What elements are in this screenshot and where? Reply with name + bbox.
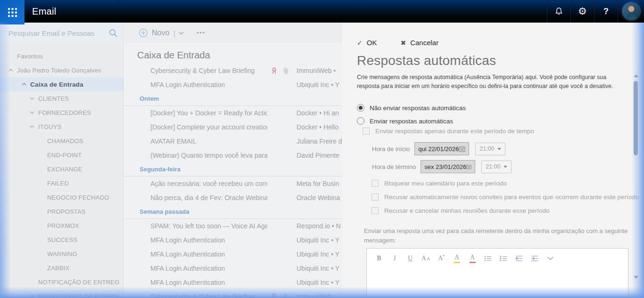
folder-chevron-icon[interactable] bbox=[30, 295, 34, 298]
more-button[interactable] bbox=[545, 253, 556, 264]
dropdown-caret-icon bbox=[504, 166, 507, 168]
indent-button[interactable] bbox=[529, 253, 540, 264]
start-time-dropdown[interactable]: 21:00 bbox=[475, 143, 505, 155]
email-sender-preview: Oracle Webina bbox=[297, 194, 342, 201]
radio-unselected-icon[interactable] bbox=[357, 117, 364, 125]
email-row[interactable]: [Docker] You + Docker = Ready for Action… bbox=[124, 106, 342, 120]
folder-item[interactable]: PROXMOX bbox=[0, 218, 123, 233]
search-input[interactable] bbox=[8, 23, 103, 43]
new-dropdown-chevron[interactable] bbox=[179, 32, 184, 35]
scroll-down-arrow[interactable] bbox=[634, 276, 638, 279]
checkbox-cancel-meetings[interactable]: Recusar e cancelar minhas reuniões duran… bbox=[372, 207, 644, 214]
email-flags bbox=[267, 110, 297, 117]
folder-item[interactable]: Caixa de Entrada bbox=[0, 77, 123, 91]
bold-button[interactable]: B bbox=[373, 253, 385, 264]
checkbox-icon[interactable] bbox=[372, 180, 379, 187]
cancel-button[interactable]: ✖ Cancelar bbox=[400, 39, 438, 47]
email-row[interactable]: MFA Login Authentication Ubiquiti Inc • … bbox=[124, 233, 342, 247]
font-size-button[interactable]: A▾ bbox=[436, 253, 447, 264]
highlight-button[interactable]: A bbox=[451, 253, 462, 264]
font-color-button[interactable]: A bbox=[467, 253, 478, 264]
outdent-button[interactable] bbox=[513, 253, 525, 264]
date-group-header[interactable]: Segunda-feira bbox=[124, 162, 342, 177]
email-row[interactable]: MFA Login Authentication Ubiquiti Inc • … bbox=[124, 78, 342, 92]
email-row[interactable]: [Docker] Complete your account creation … bbox=[124, 120, 342, 134]
checkbox-decline-label: Recusar automaticamente novos convites p… bbox=[384, 193, 639, 201]
italic-button[interactable]: I bbox=[389, 253, 400, 264]
folder-item[interactable]: João Pedro Toledo Gonçalves bbox=[0, 63, 123, 77]
email-row[interactable]: MFA Login Authentication Ubiquiti Inc • … bbox=[124, 261, 342, 275]
folder-item[interactable]: NEGOCIO FECHADO bbox=[0, 190, 123, 204]
start-date-picker[interactable]: qui 22/01/2026 bbox=[414, 142, 469, 155]
folder-label: PROVEDORES DE INTERN bbox=[38, 293, 118, 298]
scrollbar-thumb[interactable] bbox=[634, 81, 638, 155]
email-row[interactable]: Cybersecurity & Cyber Law Briefing Immun… bbox=[124, 290, 342, 298]
folder-item[interactable]: END-POINT bbox=[0, 148, 123, 162]
folder-chevron-icon[interactable] bbox=[30, 97, 34, 100]
search-button[interactable] bbox=[108, 28, 118, 39]
folder-item[interactable]: NOTIFICAÇÃO DE ENTREG bbox=[0, 275, 123, 289]
checkbox-decline-invites[interactable]: Recusar automaticamente novos convites p… bbox=[372, 193, 644, 201]
email-row[interactable]: Não perca, dia 4 de Fev: Oracle Webinar … bbox=[124, 191, 342, 205]
folder-chevron-icon[interactable] bbox=[22, 83, 26, 86]
folder-item[interactable]: FAILED bbox=[0, 176, 123, 190]
email-row[interactable]: MFA Login Authentication Ubiquiti Inc • … bbox=[124, 247, 342, 261]
email-row[interactable]: Ação necessária: você recebeu um convite… bbox=[124, 177, 342, 191]
email-row[interactable]: AVATAR EMAIL Juliana Freire d bbox=[124, 134, 342, 148]
ok-button[interactable]: ✓ OK bbox=[357, 39, 377, 47]
bullets-button[interactable] bbox=[482, 253, 494, 264]
app-launcher-button[interactable] bbox=[0, 0, 25, 24]
more-commands-button[interactable]: ••• bbox=[197, 30, 206, 36]
email-flags bbox=[267, 67, 297, 74]
numbering-button[interactable] bbox=[498, 253, 509, 264]
folder-item[interactable]: PROVEDORES DE INTERN bbox=[0, 289, 123, 298]
radio-selected-icon[interactable] bbox=[357, 104, 364, 112]
folder-item[interactable]: FORNECEDORES bbox=[0, 105, 123, 120]
reply-message-editor[interactable]: BIUAAA▾AA bbox=[366, 248, 628, 298]
x-icon: ✖ bbox=[400, 39, 406, 47]
folder-item[interactable]: EXCHANGE bbox=[0, 162, 123, 176]
font-button[interactable]: AA bbox=[420, 253, 431, 264]
checkbox-block-calendar[interactable]: Bloquear meu calendário para este períod… bbox=[372, 180, 644, 187]
checkbox-icon[interactable] bbox=[363, 128, 370, 135]
email-flags bbox=[267, 81, 297, 89]
folder-label: ZABBIX bbox=[47, 265, 69, 272]
folder-item[interactable]: ITGUYS bbox=[0, 120, 123, 134]
folder-label: João Pedro Toledo Gonçalves bbox=[17, 67, 101, 74]
folder-item[interactable]: Favoritos bbox=[0, 49, 123, 63]
cancel-label: Cancelar bbox=[410, 39, 438, 47]
scroll-up-arrow[interactable] bbox=[634, 74, 638, 77]
email-row[interactable]: (Webinar) Quanto tempo você leva para pe… bbox=[124, 148, 342, 162]
folder-item[interactable]: SUCCESS bbox=[0, 233, 123, 247]
end-date-picker[interactable]: sex 23/01/2026 bbox=[421, 160, 475, 173]
folder-chevron-icon[interactable] bbox=[8, 69, 13, 72]
new-message-button[interactable]: Novo bbox=[139, 28, 169, 38]
folder-item[interactable]: PROPOSTAS bbox=[0, 204, 123, 218]
email-row[interactable]: MFA Login Authentication Ubiquiti Inc • … bbox=[124, 275, 342, 290]
email-sender-preview: Meta for Busin bbox=[297, 180, 342, 187]
settings-button[interactable]: ⚙ bbox=[571, 0, 594, 23]
date-group-header[interactable]: Semana passada bbox=[124, 205, 342, 219]
underline-button[interactable]: U bbox=[405, 253, 416, 264]
folder-item[interactable]: ZABBIX bbox=[0, 261, 123, 275]
email-row[interactable]: Cybersecurity & Cyber Law Briefing Immun… bbox=[124, 64, 342, 78]
email-row[interactable]: SPAM: You left too soon — Voice AI Agent… bbox=[124, 219, 342, 233]
email-flags bbox=[267, 237, 297, 244]
folder-chevron-icon[interactable] bbox=[30, 125, 34, 128]
notifications-button[interactable] bbox=[547, 0, 570, 23]
checkbox-send-period[interactable]: Enviar respostas apenas durante este per… bbox=[363, 128, 644, 135]
checkbox-icon[interactable] bbox=[372, 193, 379, 201]
search-box bbox=[0, 23, 123, 43]
help-button[interactable]: ? bbox=[594, 0, 618, 23]
email-sender-preview: Ubiquiti Inc • Y bbox=[297, 279, 342, 286]
account-avatar-button[interactable] bbox=[618, 0, 644, 23]
folder-item[interactable]: WARNING bbox=[0, 247, 123, 261]
folder-item[interactable]: CHAMADOS bbox=[0, 134, 123, 148]
radio-no-auto-replies[interactable]: Não enviar respostas automáticas bbox=[357, 104, 644, 112]
date-group-header[interactable]: Ontem bbox=[124, 92, 342, 106]
folder-item[interactable]: CLIENTES bbox=[0, 91, 123, 105]
radio-send-auto-replies[interactable]: Enviar respostas automáticas bbox=[357, 117, 644, 125]
folder-chevron-icon[interactable] bbox=[30, 111, 34, 114]
checkbox-icon[interactable] bbox=[372, 207, 379, 214]
end-time-dropdown[interactable]: 21:00 bbox=[481, 161, 512, 173]
